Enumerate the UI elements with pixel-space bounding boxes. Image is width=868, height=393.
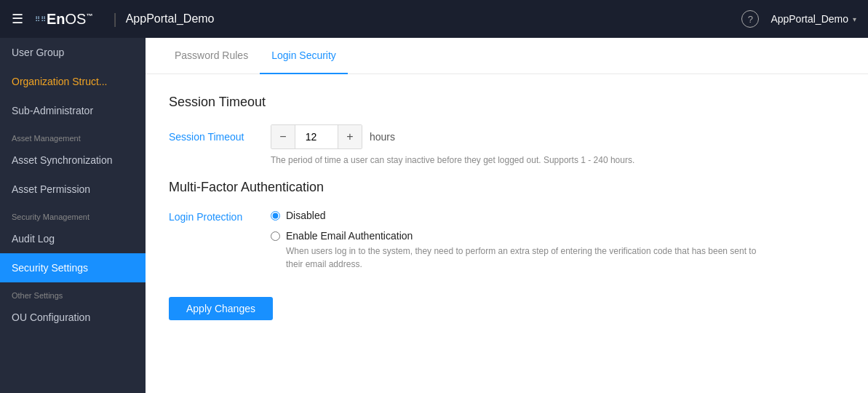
top-navigation: ☰ ⠿⠿ EnOS™ | AppPortal_Demo ? AppPortal_… [0, 0, 868, 38]
radio-disabled-input[interactable] [271, 211, 280, 221]
session-timeout-hint: The period of time a user can stay inact… [271, 155, 845, 165]
logo-text: EnOS™ [47, 11, 92, 28]
decrement-button[interactable]: − [271, 125, 295, 148]
sidebar-item-user-group[interactable]: User Group [0, 38, 146, 67]
help-icon[interactable]: ? [741, 10, 759, 28]
sidebar-item-audit-log[interactable]: Audit Log [0, 224, 146, 253]
tab-login-security[interactable]: Login Security [260, 38, 348, 74]
main-layout: User GroupOrganization Struct...Sub-Admi… [0, 38, 868, 393]
app-name: AppPortal_Demo [126, 12, 742, 25]
tab-password-rules[interactable]: Password Rules [163, 38, 260, 74]
sidebar-section-other-settings-label: Other Settings [0, 282, 146, 303]
nav-separator: | [113, 11, 116, 28]
content-area: Session Timeout Session Timeout − + hour… [146, 74, 868, 341]
session-timeout-row: Session Timeout − + hours [169, 124, 845, 149]
sidebar-item-sub-admin[interactable]: Sub-Administrator [0, 96, 146, 125]
sidebar-item-asset-sync[interactable]: Asset Synchronization [0, 146, 146, 175]
sidebar-item-ou-config[interactable]: OU Configuration [0, 303, 146, 332]
logo: ⠿⠿ EnOS™ [35, 11, 92, 28]
sidebar-item-org-struct[interactable]: Organization Struct... [0, 67, 146, 96]
user-label: AppPortal_Demo [771, 13, 848, 25]
radio-email-auth-desc: When users log in to the system, they ne… [286, 245, 759, 271]
session-timeout-input[interactable] [295, 125, 338, 148]
session-timeout-title: Session Timeout [169, 95, 845, 110]
increment-button[interactable]: + [338, 125, 362, 148]
hamburger-menu-icon[interactable]: ☰ [12, 11, 23, 27]
chevron-down-icon: ▾ [853, 15, 856, 23]
logo-dots: ⠿⠿ [35, 15, 47, 23]
mfa-row: Login Protection Disabled Enable Email A… [169, 210, 845, 279]
session-timeout-stepper: − + [271, 124, 362, 149]
session-timeout-label: Session Timeout [169, 131, 271, 143]
mfa-options: Disabled Enable Email Authentication Whe… [271, 210, 759, 279]
tab-bar: Password RulesLogin Security [146, 38, 868, 74]
apply-changes-button[interactable]: Apply Changes [169, 297, 273, 320]
login-protection-label: Login Protection [169, 210, 271, 223]
radio-disabled-label: Disabled [286, 210, 325, 221]
radio-email-auth-label: Enable Email Authentication [286, 230, 759, 242]
nav-right: ? AppPortal_Demo ▾ [741, 10, 856, 28]
radio-email-auth-input[interactable] [271, 231, 280, 241]
sidebar-item-asset-perm[interactable]: Asset Permission [0, 175, 146, 204]
sidebar: User GroupOrganization Struct...Sub-Admi… [0, 38, 146, 393]
sidebar-section-security-management-label: Security Management [0, 204, 146, 224]
user-menu[interactable]: AppPortal_Demo ▾ [771, 13, 856, 25]
radio-disabled-option[interactable]: Disabled [271, 210, 759, 221]
radio-email-auth-option[interactable]: Enable Email Authentication When users l… [271, 230, 759, 271]
mfa-title: Multi-Factor Authentication [169, 180, 845, 195]
session-timeout-unit: hours [370, 131, 395, 143]
main-content: Password RulesLogin Security Session Tim… [146, 38, 868, 393]
sidebar-section-asset-management-label: Asset Management [0, 125, 146, 146]
sidebar-item-security-settings[interactable]: Security Settings [0, 253, 146, 282]
